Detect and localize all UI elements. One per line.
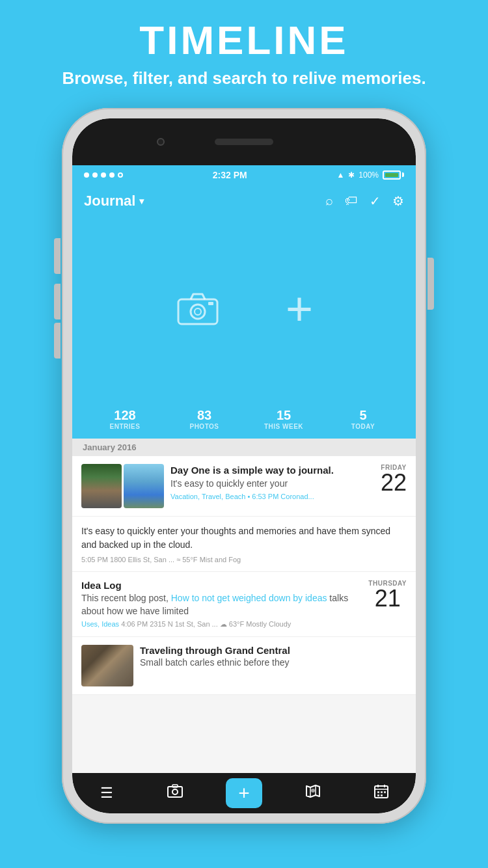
svg-rect-17 (381, 794, 383, 796)
entry-text-meta: 5:05 PM 1800 Ellis St, San ... ≈ 55°F Mi… (81, 556, 407, 563)
top-area: TIMELINE Browse, filter, and search to r… (0, 0, 488, 102)
entry-body: Day One is a simple way to journal. It's… (170, 464, 374, 508)
tab-photos[interactable] (156, 773, 195, 813)
add-entry-button[interactable]: + (286, 285, 313, 332)
entry-day-num: 22 (381, 471, 407, 495)
signal-dots (84, 172, 123, 178)
svg-point-5 (172, 789, 178, 794)
battery-icon (383, 170, 404, 180)
dot-5 (118, 172, 123, 178)
search-icon[interactable]: ⌕ (325, 193, 333, 208)
entry-preview: It's easy to quickly enter your (170, 478, 374, 489)
entry-idea-date: THURSDAY 21 (368, 580, 407, 629)
location-icon: ▲ (336, 170, 344, 180)
entry-idea-tags: Uses, Ideas (81, 620, 119, 628)
phone-device: 2:32 PM ▲ ✱ 100% (62, 108, 426, 824)
nav-title-area[interactable]: Journal ▾ (84, 193, 144, 210)
entry-text[interactable]: It's easy to quickly enter your thoughts… (72, 517, 416, 572)
nav-chevron-icon: ▾ (139, 196, 144, 206)
camera-button[interactable] (175, 288, 221, 329)
phone-screen: 2:32 PM ▲ ✱ 100% (72, 118, 416, 813)
month-header: January 2016 (72, 439, 416, 456)
idea-text-before: This recent blog post, (81, 593, 171, 603)
dot-4 (109, 172, 115, 178)
tab-bar: ☰ + (72, 773, 416, 813)
nav-bar: Journal ▾ ⌕ 🏷 ✓ ⚙ (72, 185, 416, 217)
entry-idea-text: This recent blog post, How to not get we… (81, 592, 362, 617)
idea-link[interactable]: How to not get weighed down by ideas (171, 593, 327, 603)
add-button[interactable]: + (226, 778, 262, 808)
app-content: 2:32 PM ▲ ✱ 100% (72, 165, 416, 813)
stat-today-label: TODAY (323, 423, 403, 430)
stats-bar: 128 ENTRIES 83 PHOTOS 15 THIS WEEK 5 TOD… (72, 400, 416, 439)
photo-icon (167, 784, 183, 802)
entry-meta: Vacation, Travel, Beach • 6:53 PM Corona… (170, 493, 374, 500)
stat-today-number: 5 (323, 408, 403, 423)
stat-photos-label: PHOTOS (165, 423, 244, 430)
status-time: 2:32 PM (213, 170, 247, 180)
svg-rect-15 (381, 791, 383, 793)
grand-body: Traveling through Grand Central Small ba… (140, 645, 407, 686)
page-title: TIMELINE (0, 18, 488, 62)
grand-preview: Small batch carles ethnic before they (140, 657, 407, 668)
battery-tip (402, 172, 404, 177)
gear-icon[interactable]: ⚙ (392, 193, 404, 209)
tab-add[interactable]: + (224, 773, 264, 813)
entry-grand-central[interactable]: Traveling through Grand Central Small ba… (72, 637, 416, 695)
entry-idea-title: Idea Log (81, 580, 362, 591)
thumb-ocean (124, 464, 164, 508)
entry-day-one[interactable]: Day One is a simple way to journal. It's… (72, 456, 416, 517)
plus-icon: + (238, 783, 250, 803)
list-icon: ☰ (100, 785, 113, 802)
tab-calendar[interactable] (362, 773, 401, 813)
svg-point-2 (195, 308, 201, 315)
camera-dot (157, 138, 165, 146)
grand-central-thumb (81, 645, 133, 686)
entry-idea-meta: Uses, Ideas 4:06 PM 2315 N 1st St, San .… (81, 620, 362, 629)
stat-entries-number: 128 (85, 408, 165, 423)
stat-photos-number: 83 (165, 408, 244, 423)
stat-week-number: 15 (244, 408, 323, 423)
stat-photos: 83 PHOTOS (165, 408, 244, 430)
nav-journal-label: Journal (84, 193, 135, 210)
bluetooth-icon: ✱ (348, 170, 355, 180)
entry-idea-log[interactable]: Idea Log This recent blog post, How to n… (72, 572, 416, 637)
svg-rect-18 (384, 791, 386, 793)
page-subtitle: Browse, filter, and search to relive mem… (0, 68, 488, 90)
stat-week-label: THIS WEEK (244, 423, 323, 430)
dot-3 (101, 172, 106, 178)
timeline: January 2016 Day One is a simp (72, 439, 416, 773)
phone-bezel-top (72, 118, 416, 165)
tab-map[interactable] (293, 773, 332, 813)
battery-percent: 100% (359, 170, 379, 180)
svg-rect-16 (377, 794, 379, 796)
stat-entries: 128 ENTRIES (85, 408, 165, 430)
stat-this-week: 15 THIS WEEK (244, 408, 323, 430)
hero-actions: + (175, 285, 313, 332)
entry-idea-location-meta: 4:06 PM 2315 N 1st St, San ... ☁ 63°F Mo… (121, 620, 291, 628)
status-bar: 2:32 PM ▲ ✱ 100% (72, 165, 416, 185)
svg-rect-14 (377, 791, 379, 793)
entry-date: FRIDAY 22 (381, 464, 407, 508)
speaker (215, 139, 273, 145)
phone-wrapper: 2:32 PM ▲ ✱ 100% (0, 108, 488, 824)
svg-point-1 (191, 305, 205, 319)
battery-body (383, 170, 401, 180)
thumb-trees (81, 464, 122, 508)
battery-fill (385, 173, 398, 177)
svg-rect-3 (208, 302, 213, 305)
svg-rect-4 (168, 787, 182, 797)
tab-list[interactable]: ☰ (87, 773, 126, 813)
idea-day-num: 21 (375, 587, 401, 610)
status-right: ▲ ✱ 100% (336, 170, 404, 180)
svg-point-9 (311, 789, 315, 793)
entry-title: Day One is a simple way to journal. (170, 464, 374, 477)
dot-1 (84, 172, 89, 178)
nav-icons: ⌕ 🏷 ✓ ⚙ (325, 193, 404, 209)
stat-today: 5 TODAY (323, 408, 403, 430)
stat-entries-label: ENTRIES (85, 423, 165, 430)
tag-icon[interactable]: 🏷 (345, 193, 358, 208)
entry-idea-body: Idea Log This recent blog post, How to n… (81, 580, 362, 629)
checkmark-circle-icon[interactable]: ✓ (370, 193, 381, 209)
entry-thumbnails (81, 464, 164, 508)
